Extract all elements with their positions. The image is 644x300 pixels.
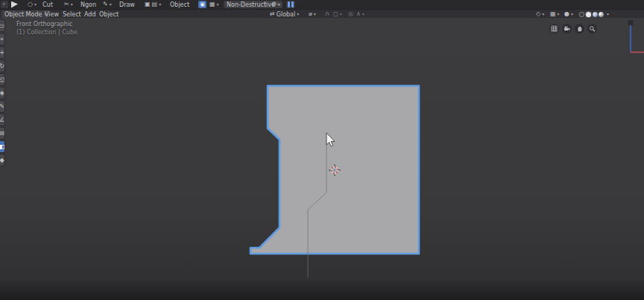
overlays-icon: ▦: [550, 11, 556, 17]
circle-icon: ○: [28, 1, 33, 7]
snap-target-dropdown[interactable]: ◻ ▾: [333, 10, 342, 19]
proportional-edit-toggle[interactable]: ◎: [348, 10, 353, 19]
scale-tool-icon: ◱: [0, 76, 4, 83]
shape-mode-dropdown[interactable]: ○ ▾: [28, 0, 37, 9]
stamp-dropdown[interactable]: ▣ ▤ ▾: [145, 0, 161, 9]
orientation-icon: ⇄: [270, 11, 275, 17]
move-tool-icon: +: [0, 49, 4, 56]
pivot-dropdown[interactable]: ⌀ ▾: [309, 10, 316, 19]
chevron-down-icon: ▾: [71, 2, 73, 7]
move-tool[interactable]: +: [0, 47, 4, 58]
menu-object[interactable]: Object: [99, 10, 119, 19]
measure-tool-icon: ∠: [0, 116, 4, 123]
chevron-down-icon: ▾: [159, 2, 161, 7]
draw-mode-label[interactable]: Draw: [119, 0, 135, 9]
scale-tool[interactable]: ◱: [0, 74, 4, 85]
falloff-dropdown[interactable]: ∧ ▾: [356, 10, 364, 19]
chevron-down-icon: ▾: [297, 12, 299, 16]
select-box-tool[interactable]: ▭: [0, 20, 4, 31]
knife-dropdown[interactable]: ✂ ▾: [64, 0, 73, 9]
measure-tool[interactable]: ∠: [0, 114, 4, 125]
arrow-up-icon: ↑: [262, 1, 268, 7]
menu-add[interactable]: Add: [84, 10, 96, 19]
menu-select[interactable]: Select: [63, 10, 81, 19]
snap-toggle[interactable]: ∩: [325, 10, 329, 19]
xray-icon: ●: [564, 11, 569, 17]
grid-view-button[interactable]: [549, 24, 559, 34]
viewport-nav-buttons: [549, 24, 597, 34]
chevron-down-icon: ▾: [607, 12, 609, 16]
pan-hand-button[interactable]: [575, 24, 584, 34]
proportional-icon: ◎: [348, 11, 353, 17]
pivot-icon: ⌀: [309, 11, 312, 17]
viewport-3d[interactable]: Front Orthographic (1) Collection | Cube…: [0, 18, 644, 300]
chevron-down-icon: ▾: [542, 12, 544, 16]
object-mode-label: Object Mode: [4, 11, 42, 18]
grid-options-dropdown[interactable]: ▦ ▾: [209, 0, 219, 9]
gizmo-dropdown[interactable]: ◇ ▾: [536, 10, 544, 19]
falloff-icon: ∧: [356, 11, 361, 17]
blue-tile-icon: ▣: [198, 1, 206, 8]
stamp-alt-icon: ▤: [152, 1, 158, 7]
boxcutter-tool-icon: ◧: [0, 143, 4, 150]
pen-dropdown[interactable]: ✎ ▾: [103, 0, 112, 9]
orientation-dropdown[interactable]: ⇄ Global ▾: [270, 10, 299, 19]
object-orientation-label[interactable]: Object: [170, 0, 189, 9]
cursor-tool[interactable]: ⌖: [0, 34, 4, 45]
camera-icon: [564, 25, 570, 32]
chevron-down-icon: ▾: [340, 12, 342, 16]
scene-canvas: [0, 18, 644, 300]
shading-material-button[interactable]: [593, 12, 598, 17]
chevron-down-icon: ▾: [558, 12, 560, 16]
grid-icon: [551, 25, 558, 32]
annotate-tool[interactable]: ✎: [0, 101, 4, 112]
shading-modes: ▾: [578, 10, 609, 19]
pen-icon: ✎: [103, 1, 108, 7]
boxcutter-logo-icon: [1, 0, 8, 9]
active-tool-icon[interactable]: [11, 0, 18, 9]
add-cube-tool-icon: ⊞: [0, 130, 4, 137]
orientation-label: Global: [277, 11, 296, 18]
xray-dropdown[interactable]: ● ▾: [564, 10, 573, 19]
left-toolbar: ▭⌖+↻◱◈✎∠⊞◧◆: [0, 20, 4, 166]
blender-window: ○ ▾ Cut ✂ ▾ Ngon ✎ ▾ Draw ▣ ▤ ▾ Object ▣…: [0, 0, 644, 300]
grid-icon: ▦: [209, 1, 215, 7]
rotate-tool[interactable]: ↻: [0, 60, 4, 72]
chevron-down-icon: ▾: [110, 2, 112, 7]
cursor-tool-icon: ⌖: [0, 36, 4, 43]
gear-icon: ⚙: [271, 1, 277, 7]
chevron-down-icon: ▾: [34, 2, 37, 7]
add-cube-tool[interactable]: ⊞: [0, 128, 4, 139]
hardops-tool-icon: ◆: [0, 157, 4, 163]
chevron-down-icon: ▾: [362, 12, 364, 16]
transform-tool[interactable]: ◈: [0, 87, 4, 99]
shading-rendered-button[interactable]: [599, 12, 604, 17]
magnifier-icon: [589, 25, 596, 32]
knife-icon: ✂: [64, 1, 69, 7]
ngon-mode-label[interactable]: Ngon: [80, 0, 96, 9]
chevron-down-icon: ▾: [571, 12, 573, 16]
magnet-icon: ∩: [325, 11, 329, 17]
camera-view-button[interactable]: [562, 24, 572, 34]
boxcutter-tool[interactable]: ◧: [0, 141, 4, 152]
chevron-down-icon: ▾: [314, 12, 316, 16]
axis-gizmo[interactable]: [628, 20, 644, 52]
pause-toggle[interactable]: [286, 0, 295, 9]
tool-header: ○ ▾ Cut ✂ ▾ Ngon ✎ ▾ Draw ▣ ▤ ▾ Object ▣…: [0, 0, 644, 9]
mode-dropdown[interactable]: Object Mode ▾: [1, 10, 49, 19]
zoom-button[interactable]: [587, 24, 597, 34]
select-box-tool-icon: ▭: [0, 22, 4, 29]
menu-view[interactable]: View: [45, 10, 59, 19]
cut-mode-label[interactable]: Cut: [42, 0, 53, 9]
snap-target-icon: ◻: [333, 11, 338, 17]
non-destructive-label: Non-Destructive: [227, 1, 275, 8]
view-label: Front Orthographic: [16, 21, 73, 28]
hardops-tool[interactable]: ◆: [0, 154, 4, 166]
settings-dropdown[interactable]: ⚙ ▾: [271, 0, 280, 9]
boxcutter-active-icon[interactable]: ▣: [198, 0, 206, 9]
export-button[interactable]: ↑: [262, 0, 268, 9]
axis-gizmo-cap: [628, 20, 634, 25]
shading-solid-button[interactable]: [586, 12, 591, 17]
overlays-dropdown[interactable]: ▦ ▾: [550, 10, 560, 19]
shading-wireframe-button[interactable]: [579, 12, 584, 17]
